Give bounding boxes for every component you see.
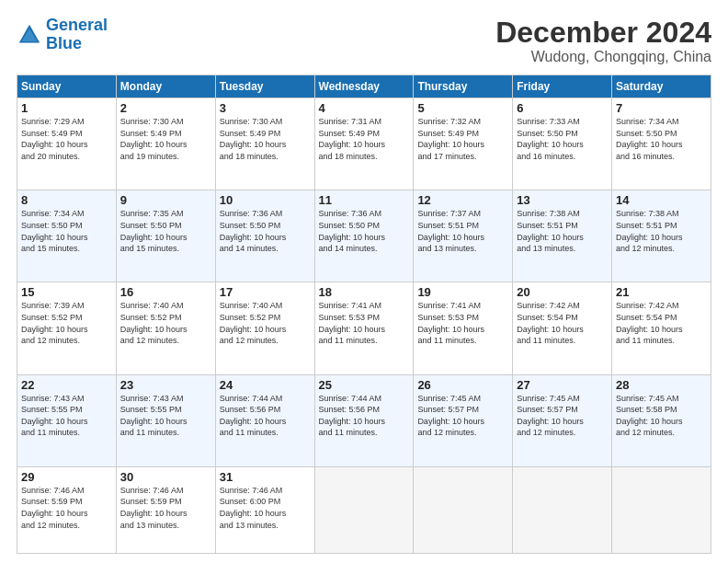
calendar-cell-9: 9Sunrise: 7:35 AM Sunset: 5:50 PM Daylig… <box>116 190 215 282</box>
day-info: Sunrise: 7:45 AM Sunset: 5:57 PM Dayligh… <box>417 393 508 439</box>
week-row-4: 22Sunrise: 7:43 AM Sunset: 5:55 PM Dayli… <box>17 374 711 466</box>
calendar-cell-23: 23Sunrise: 7:43 AM Sunset: 5:55 PM Dayli… <box>116 374 215 466</box>
day-number: 8 <box>21 193 112 207</box>
page: General Blue December 2024 Wudong, Chong… <box>0 0 728 563</box>
calendar-cell-21: 21Sunrise: 7:42 AM Sunset: 5:54 PM Dayli… <box>612 282 711 374</box>
header-row: Sunday Monday Tuesday Wednesday Thursday… <box>17 75 711 98</box>
day-info: Sunrise: 7:40 AM Sunset: 5:52 PM Dayligh… <box>120 300 211 346</box>
day-info: Sunrise: 7:38 AM Sunset: 5:51 PM Dayligh… <box>517 208 608 254</box>
day-info: Sunrise: 7:45 AM Sunset: 5:58 PM Dayligh… <box>616 393 707 439</box>
day-info: Sunrise: 7:33 AM Sunset: 5:50 PM Dayligh… <box>517 116 608 162</box>
col-tuesday: Tuesday <box>215 75 314 98</box>
day-info: Sunrise: 7:32 AM Sunset: 5:49 PM Dayligh… <box>417 116 508 162</box>
logo-icon <box>17 22 42 48</box>
day-number: 23 <box>120 378 211 392</box>
calendar-cell-31: 31Sunrise: 7:46 AM Sunset: 6:00 PM Dayli… <box>215 466 314 553</box>
day-info: Sunrise: 7:46 AM Sunset: 5:59 PM Dayligh… <box>120 485 211 531</box>
logo: General Blue <box>17 17 108 53</box>
col-thursday: Thursday <box>414 75 513 98</box>
calendar-cell-29: 29Sunrise: 7:46 AM Sunset: 5:59 PM Dayli… <box>17 466 117 553</box>
day-info: Sunrise: 7:37 AM Sunset: 5:51 PM Dayligh… <box>417 208 508 254</box>
calendar-cell-19: 19Sunrise: 7:41 AM Sunset: 5:53 PM Dayli… <box>414 282 513 374</box>
day-number: 10 <box>220 193 311 207</box>
day-info: Sunrise: 7:46 AM Sunset: 6:00 PM Dayligh… <box>220 485 311 531</box>
week-row-1: 1Sunrise: 7:29 AM Sunset: 5:49 PM Daylig… <box>17 98 711 190</box>
day-number: 2 <box>120 101 211 115</box>
day-info: Sunrise: 7:42 AM Sunset: 5:54 PM Dayligh… <box>517 300 608 346</box>
calendar-cell-32 <box>314 466 414 553</box>
col-monday: Monday <box>116 75 215 98</box>
day-info: Sunrise: 7:36 AM Sunset: 5:50 PM Dayligh… <box>319 208 410 254</box>
day-info: Sunrise: 7:41 AM Sunset: 5:53 PM Dayligh… <box>417 300 508 346</box>
day-info: Sunrise: 7:30 AM Sunset: 5:49 PM Dayligh… <box>120 116 211 162</box>
day-info: Sunrise: 7:29 AM Sunset: 5:49 PM Dayligh… <box>21 116 112 162</box>
day-info: Sunrise: 7:44 AM Sunset: 5:56 PM Dayligh… <box>319 393 410 439</box>
calendar-cell-33 <box>414 466 513 553</box>
day-number: 26 <box>417 378 508 392</box>
calendar-header: Sunday Monday Tuesday Wednesday Thursday… <box>17 75 711 98</box>
calendar-cell-24: 24Sunrise: 7:44 AM Sunset: 5:56 PM Dayli… <box>215 374 314 466</box>
day-info: Sunrise: 7:38 AM Sunset: 5:51 PM Dayligh… <box>616 208 707 254</box>
day-number: 11 <box>319 193 410 207</box>
day-info: Sunrise: 7:43 AM Sunset: 5:55 PM Dayligh… <box>120 393 211 439</box>
day-info: Sunrise: 7:40 AM Sunset: 5:52 PM Dayligh… <box>220 300 311 346</box>
day-info: Sunrise: 7:45 AM Sunset: 5:57 PM Dayligh… <box>517 393 608 439</box>
day-number: 29 <box>21 470 112 484</box>
calendar-body: 1Sunrise: 7:29 AM Sunset: 5:49 PM Daylig… <box>17 98 711 554</box>
calendar-cell-18: 18Sunrise: 7:41 AM Sunset: 5:53 PM Dayli… <box>314 282 414 374</box>
calendar-cell-5: 5Sunrise: 7:32 AM Sunset: 5:49 PM Daylig… <box>414 98 513 190</box>
day-info: Sunrise: 7:43 AM Sunset: 5:55 PM Dayligh… <box>21 393 112 439</box>
calendar-cell-13: 13Sunrise: 7:38 AM Sunset: 5:51 PM Dayli… <box>513 190 612 282</box>
calendar-cell-8: 8Sunrise: 7:34 AM Sunset: 5:50 PM Daylig… <box>17 190 117 282</box>
calendar-cell-26: 26Sunrise: 7:45 AM Sunset: 5:57 PM Dayli… <box>414 374 513 466</box>
calendar-title: December 2024 <box>495 17 711 49</box>
calendar-cell-20: 20Sunrise: 7:42 AM Sunset: 5:54 PM Dayli… <box>513 282 612 374</box>
calendar-cell-11: 11Sunrise: 7:36 AM Sunset: 5:50 PM Dayli… <box>314 190 414 282</box>
calendar-cell-12: 12Sunrise: 7:37 AM Sunset: 5:51 PM Dayli… <box>414 190 513 282</box>
calendar-cell-30: 30Sunrise: 7:46 AM Sunset: 5:59 PM Dayli… <box>116 466 215 553</box>
calendar-cell-2: 2Sunrise: 7:30 AM Sunset: 5:49 PM Daylig… <box>116 98 215 190</box>
calendar-cell-3: 3Sunrise: 7:30 AM Sunset: 5:49 PM Daylig… <box>215 98 314 190</box>
col-wednesday: Wednesday <box>314 75 414 98</box>
day-number: 12 <box>417 193 508 207</box>
day-number: 22 <box>21 378 112 392</box>
day-number: 16 <box>120 285 211 299</box>
calendar-table: Sunday Monday Tuesday Wednesday Thursday… <box>17 75 711 554</box>
day-number: 21 <box>616 285 707 299</box>
day-info: Sunrise: 7:34 AM Sunset: 5:50 PM Dayligh… <box>21 208 112 254</box>
day-number: 20 <box>517 285 608 299</box>
day-number: 17 <box>220 285 311 299</box>
col-friday: Friday <box>513 75 612 98</box>
calendar-cell-4: 4Sunrise: 7:31 AM Sunset: 5:49 PM Daylig… <box>314 98 414 190</box>
calendar-cell-14: 14Sunrise: 7:38 AM Sunset: 5:51 PM Dayli… <box>612 190 711 282</box>
day-number: 9 <box>120 193 211 207</box>
day-info: Sunrise: 7:31 AM Sunset: 5:49 PM Dayligh… <box>319 116 410 162</box>
day-number: 14 <box>616 193 707 207</box>
week-row-3: 15Sunrise: 7:39 AM Sunset: 5:52 PM Dayli… <box>17 282 711 374</box>
header: General Blue December 2024 Wudong, Chong… <box>17 17 711 65</box>
day-info: Sunrise: 7:35 AM Sunset: 5:50 PM Dayligh… <box>120 208 211 254</box>
day-info: Sunrise: 7:36 AM Sunset: 5:50 PM Dayligh… <box>220 208 311 254</box>
calendar-cell-7: 7Sunrise: 7:34 AM Sunset: 5:50 PM Daylig… <box>612 98 711 190</box>
title-block: December 2024 Wudong, Chongqing, China <box>495 17 711 65</box>
day-number: 3 <box>220 101 311 115</box>
calendar-cell-35 <box>612 466 711 553</box>
calendar-cell-34 <box>513 466 612 553</box>
day-number: 25 <box>319 378 410 392</box>
day-info: Sunrise: 7:39 AM Sunset: 5:52 PM Dayligh… <box>21 300 112 346</box>
calendar-cell-28: 28Sunrise: 7:45 AM Sunset: 5:58 PM Dayli… <box>612 374 711 466</box>
col-saturday: Saturday <box>612 75 711 98</box>
day-number: 19 <box>417 285 508 299</box>
day-number: 6 <box>517 101 608 115</box>
day-info: Sunrise: 7:34 AM Sunset: 5:50 PM Dayligh… <box>616 116 707 162</box>
day-number: 24 <box>220 378 311 392</box>
day-number: 30 <box>120 470 211 484</box>
week-row-5: 29Sunrise: 7:46 AM Sunset: 5:59 PM Dayli… <box>17 466 711 553</box>
day-number: 1 <box>21 101 112 115</box>
calendar-cell-25: 25Sunrise: 7:44 AM Sunset: 5:56 PM Dayli… <box>314 374 414 466</box>
col-sunday: Sunday <box>17 75 117 98</box>
logo-blue: Blue <box>46 34 82 52</box>
calendar-cell-17: 17Sunrise: 7:40 AM Sunset: 5:52 PM Dayli… <box>215 282 314 374</box>
calendar-cell-1: 1Sunrise: 7:29 AM Sunset: 5:49 PM Daylig… <box>17 98 117 190</box>
day-info: Sunrise: 7:42 AM Sunset: 5:54 PM Dayligh… <box>616 300 707 346</box>
